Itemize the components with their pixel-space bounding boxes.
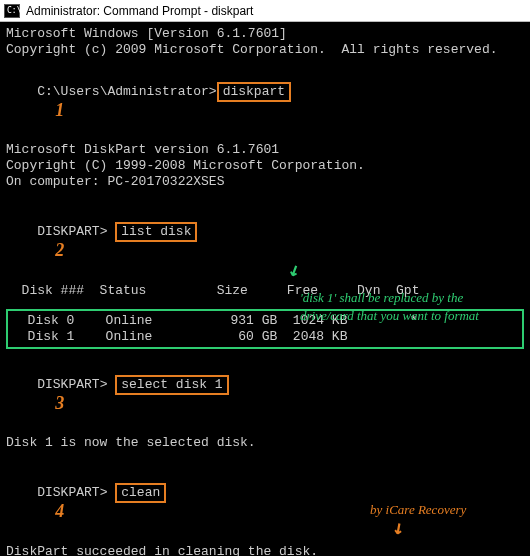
green-note-line1: 'disk 1' shall be replaced by the (300, 290, 463, 306)
window-titlebar: C:\ Administrator: Command Prompt - disk… (0, 0, 530, 22)
cmd-icon: C:\ (4, 4, 20, 18)
header-line-2: Copyright (c) 2009 Microsoft Corporation… (6, 42, 524, 58)
table-row: Disk 1 Online 60 GB 2048 KB (12, 329, 518, 345)
window-title: Administrator: Command Prompt - diskpart (26, 4, 253, 18)
diskpart-header-1: Microsoft DiskPart version 6.1.7601 (6, 142, 524, 158)
prompt-path: C:\Users\Administrator> (37, 84, 216, 99)
diskpart-header-3: On computer: PC-20170322XSES (6, 174, 524, 190)
prompt-2: DISKPART> list disk 2 (6, 206, 524, 274)
prompt-path: DISKPART> (37, 485, 115, 500)
prompt-path: DISKPART> (37, 377, 115, 392)
header-line-1: Microsoft Windows [Version 6.1.7601] (6, 26, 524, 42)
cmd-diskpart: diskpart (217, 82, 291, 102)
step-2: 2 (55, 240, 64, 260)
step-1: 1 (55, 100, 64, 120)
prompt-1: C:\Users\Administrator>diskpart 1 (6, 66, 524, 134)
diskpart-header-2: Copyright (C) 1999-2008 Microsoft Corpor… (6, 158, 524, 174)
step-4: 4 (55, 501, 64, 521)
green-note-line2: drive/card that you want to format (300, 308, 479, 324)
cmd-select-disk: select disk 1 (115, 375, 228, 395)
step-3: 3 (55, 393, 64, 413)
prompt-path: DISKPART> (37, 224, 115, 239)
credit-text: by iCare Recovery (370, 502, 466, 518)
prompt-3: DISKPART> select disk 1 3 (6, 359, 524, 427)
terminal-body[interactable]: Microsoft Windows [Version 6.1.7601] Cop… (0, 22, 530, 556)
cmd-clean: clean (115, 483, 166, 503)
cmd-list-disk: list disk (115, 222, 197, 242)
result-3: Disk 1 is now the selected disk. (6, 435, 524, 451)
result-4: DiskPart succeeded in cleaning the disk. (6, 544, 524, 556)
